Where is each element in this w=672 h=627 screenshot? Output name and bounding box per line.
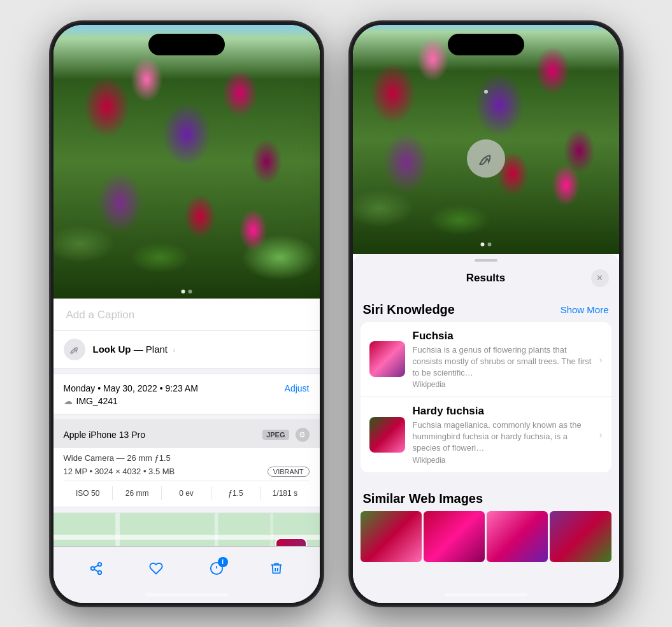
hardy-thumbnail	[369, 417, 405, 453]
date-text: Monday • May 30, 2022 • 9:23 AM	[64, 383, 198, 393]
phone-2-content: Results ✕ Siri Knowledge Show More	[353, 25, 619, 603]
knowledge-card: Fuchsia Fuchsia is a genus of flowering …	[361, 322, 611, 472]
fuchsia-chevron-icon: ›	[599, 354, 603, 365]
cloud-icon: ☁	[64, 396, 73, 406]
siri-knowledge-title: Siri Knowledge	[363, 302, 455, 317]
resolution-row: 12 MP • 3024 × 4032 • 3.5 MB VIBRANT	[64, 467, 310, 477]
page-dot-1	[181, 290, 185, 293]
fuchsia-text: Fuchsia Fuchsia is a genus of flowering …	[413, 330, 592, 390]
show-more-button[interactable]: Show More	[561, 304, 609, 315]
vibrant-badge: VIBRANT	[268, 467, 310, 477]
home-indicator-1	[145, 593, 228, 596]
filename-row: ☁ IMG_4241	[64, 396, 310, 406]
resolution-text: 12 MP • 3024 × 4032 • 3.5 MB	[64, 467, 175, 476]
results-title: Results	[381, 272, 591, 285]
exif-aperture: ƒ1.5	[211, 486, 261, 500]
similar-web-title: Similar Web Images	[363, 491, 483, 506]
delete-button[interactable]	[262, 554, 290, 582]
phone-2-screen: Results ✕ Siri Knowledge Show More	[353, 25, 619, 603]
page-dot-2-1	[480, 243, 484, 246]
knowledge-item-fuchsia[interactable]: Fuchsia Fuchsia is a genus of flowering …	[361, 322, 611, 397]
adjust-button[interactable]: Adjust	[285, 383, 310, 393]
dynamic-island-1	[148, 34, 225, 55]
web-image-3[interactable]	[487, 511, 548, 562]
home-indicator-2	[445, 593, 527, 596]
flower-photo-1[interactable]	[54, 25, 320, 299]
gear-icon[interactable]: ⚙	[296, 428, 310, 442]
camera-header: Apple iPhone 13 Pro JPEG ⚙	[54, 420, 320, 448]
camera-model: Apple iPhone 13 Pro	[64, 430, 145, 440]
hardy-desc: Fuchsia magellanica, commonly known as t…	[413, 419, 592, 454]
exif-ev: 0 ev	[162, 486, 211, 500]
dynamic-island-2	[448, 34, 524, 55]
phone-1: Add a Caption Look Up — Plant ›	[50, 21, 324, 607]
page-dot-2-2	[487, 243, 491, 246]
fuchsia-desc: Fuchsia is a genus of flowering plants t…	[413, 344, 592, 379]
info-badge: i	[218, 557, 228, 567]
caption-placeholder[interactable]: Add a Caption	[66, 309, 135, 321]
results-scroll[interactable]: Siri Knowledge Show More Fuchsia Fuchsia…	[353, 293, 619, 603]
siri-knowledge-header: Siri Knowledge Show More	[353, 293, 619, 322]
flower-photo-2[interactable]	[353, 25, 619, 254]
wide-camera-text: Wide Camera — 26 mm ƒ1.5	[64, 453, 310, 463]
siri-visual-button[interactable]	[467, 139, 505, 178]
hardy-chevron-icon: ›	[599, 429, 603, 440]
web-image-1[interactable]	[361, 511, 422, 562]
bottom-toolbar: i	[54, 546, 320, 588]
phone-1-screen: Add a Caption Look Up — Plant ›	[54, 25, 320, 603]
page-dots	[181, 290, 192, 293]
web-image-2[interactable]	[424, 511, 485, 562]
caption-area[interactable]: Add a Caption	[54, 299, 320, 331]
similar-web-header: Similar Web Images	[353, 483, 619, 511]
filename-text: IMG_4241	[76, 396, 118, 406]
exif-focal: 26 mm	[113, 486, 162, 500]
share-button[interactable]	[82, 554, 110, 582]
fuchsia-source: Wikipedia	[413, 380, 592, 389]
info-button[interactable]: i	[203, 554, 231, 582]
siri-dot	[484, 90, 488, 94]
web-images-row	[353, 511, 619, 562]
chevron-right-icon: ›	[173, 345, 175, 355]
camera-section: Apple iPhone 13 Pro JPEG ⚙ Wide Camera —…	[54, 419, 320, 507]
knowledge-item-hardy[interactable]: Hardy fuchsia Fuchsia magellanica, commo…	[361, 397, 611, 472]
similar-web-section: Similar Web Images	[353, 483, 619, 562]
lookup-label: Look Up — Plant ›	[93, 344, 176, 355]
favorite-button[interactable]	[142, 554, 170, 582]
date-row: Monday • May 30, 2022 • 9:23 AM Adjust	[64, 383, 310, 393]
page-dots-2	[480, 243, 491, 246]
camera-details: Wide Camera — 26 mm ƒ1.5 12 MP • 3024 × …	[54, 448, 320, 507]
web-image-4[interactable]	[550, 511, 611, 562]
fuchsia-thumbnail	[369, 341, 405, 377]
lookup-row[interactable]: Look Up — Plant ›	[54, 331, 320, 369]
lookup-icon	[64, 339, 85, 360]
exif-shutter: 1/181 s	[261, 486, 309, 500]
results-panel: Results ✕ Siri Knowledge Show More	[353, 254, 619, 603]
phones-container: Add a Caption Look Up — Plant ›	[31, 2, 642, 626]
exif-row: ISO 50 26 mm 0 ev ƒ1.5 1/181 s	[64, 481, 310, 500]
phone-1-content: Add a Caption Look Up — Plant ›	[54, 25, 320, 603]
hardy-name: Hardy fuchsia	[413, 405, 592, 418]
date-section: Monday • May 30, 2022 • 9:23 AM Adjust ☁…	[54, 374, 320, 414]
results-header: Results ✕	[353, 262, 619, 293]
phone-2: Results ✕ Siri Knowledge Show More	[349, 21, 623, 607]
page-dot-2	[188, 290, 192, 293]
jpeg-badge: JPEG	[262, 430, 289, 440]
hardy-text: Hardy fuchsia Fuchsia magellanica, commo…	[413, 405, 592, 465]
close-button[interactable]: ✕	[591, 269, 609, 287]
fuchsia-name: Fuchsia	[413, 330, 592, 342]
exif-iso: ISO 50	[64, 486, 113, 500]
hardy-source: Wikipedia	[413, 456, 592, 465]
